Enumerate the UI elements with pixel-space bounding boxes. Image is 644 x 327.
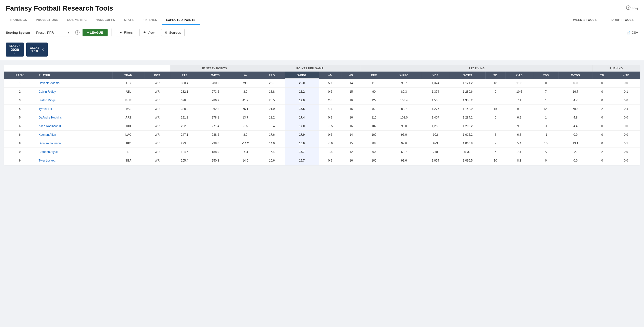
rec-cell: 102 <box>361 122 387 131</box>
player-name-cell[interactable]: Calvin Ridley <box>36 88 112 96</box>
nav-stats[interactable]: STATS <box>119 16 138 25</box>
player-name-cell[interactable]: DeAndre Hopkins <box>36 113 112 122</box>
x-pts-cell: 273.2 <box>199 88 232 96</box>
rank-cell: 8 <box>4 139 36 148</box>
col-pos[interactable]: POS <box>144 72 170 79</box>
col-rank[interactable]: RANK <box>4 72 36 79</box>
table-body: 1Davante AdamsGBWR360.4280.579.925.720.0… <box>4 79 640 165</box>
g-cell: 14 <box>342 131 361 139</box>
cat-rushing: RUSHING <box>592 65 640 72</box>
col-ppg[interactable]: PPG <box>259 72 285 79</box>
column-header-row: RANK PLAYER TEAM POS PTS X-PTS +/- PPG X… <box>4 72 640 79</box>
table-row: 2Calvin RidleyATLWR282.1273.28.918.818.2… <box>4 88 640 96</box>
col-rush-td[interactable]: TD <box>592 72 612 79</box>
table-row: 5DeAndre HopkinsARZWR291.8278.113.718.21… <box>4 113 640 122</box>
rank-cell: 2 <box>4 88 36 96</box>
x-yds-cell: 1,208.2 <box>450 122 486 131</box>
nav-rankings[interactable]: RANKINGS <box>6 16 32 25</box>
nav-expected-points[interactable]: EXPECTED POINTS <box>162 16 200 25</box>
g-cell: 16 <box>342 96 361 105</box>
player-name-cell[interactable]: Allen Robinson II <box>36 122 112 131</box>
player-name-cell[interactable]: Brandon Aiyuk <box>36 148 112 156</box>
col-rush-x-td[interactable]: X-TD <box>612 72 640 79</box>
season-value: 2020 <box>11 48 19 52</box>
sources-button[interactable]: ⚙ Sources <box>161 29 185 36</box>
pos-cell: WR <box>144 113 170 122</box>
pts-cell: 223.8 <box>170 139 199 148</box>
cat-fantasy-points: FANTASY POINTS <box>170 65 259 72</box>
player-name-cell[interactable]: Keenan Allen <box>36 131 112 139</box>
nav-draft-tools[interactable]: DRAFT TOOLS <box>607 16 638 25</box>
season-label: SEASON <box>9 45 20 47</box>
col-yds[interactable]: YDS <box>421 72 450 79</box>
g-cell: 15 <box>342 105 361 113</box>
toolbar-divider <box>112 29 112 36</box>
x-rec-cell: 96.0 <box>387 122 421 131</box>
ppg-cell: 20.5 <box>259 96 285 105</box>
cat-empty <box>4 65 170 72</box>
nav-week1-tools[interactable]: WEEK 1 TOOLS <box>568 16 601 25</box>
player-name-cell[interactable]: Stefon Diggs <box>36 96 112 105</box>
col-td[interactable]: TD <box>486 72 505 79</box>
x-pts-cell: 280.5 <box>199 79 232 88</box>
col-player[interactable]: PLAYER <box>36 72 112 79</box>
col-team[interactable]: TEAM <box>112 72 144 79</box>
scoring-info-icon[interactable]: i <box>75 30 80 35</box>
col-rec[interactable]: REC <box>361 72 387 79</box>
x-rec-cell: 80.3 <box>387 88 421 96</box>
faq-link[interactable]: ? FAQ <box>626 6 638 10</box>
col-rush-yds[interactable]: YDS <box>533 72 559 79</box>
col-x-ppg[interactable]: X-PPG <box>285 72 319 79</box>
ppg-cell: 17.6 <box>259 131 285 139</box>
player-name-cell[interactable]: Tyreek Hill <box>36 105 112 113</box>
pos-cell: WR <box>144 88 170 96</box>
filters-button[interactable]: ▼ Filters <box>116 29 136 36</box>
g-cell: 16 <box>342 122 361 131</box>
col-ppg-pm[interactable]: +/- <box>319 72 341 79</box>
col-rush-x-yds[interactable]: X-YDS <box>558 72 592 79</box>
yds-cell: 923 <box>421 139 450 148</box>
nav-handcuffs[interactable]: HANDCUFFS <box>91 16 119 25</box>
nav-projections[interactable]: PROJECTIONS <box>32 16 63 25</box>
scoring-select-wrapper[interactable]: Preset: PPR Preset: Standard Preset: Hal… <box>33 29 72 36</box>
rush-x-yds-cell: 0.0 <box>558 156 592 165</box>
player-name-cell[interactable]: Tyler Lockett <box>36 156 112 165</box>
team-cell: GB <box>112 79 144 88</box>
nav-sos[interactable]: SOS METRIC <box>63 16 91 25</box>
weeks-selector[interactable]: WEEKS 1-18 ✕ <box>26 43 48 57</box>
view-button[interactable]: 👁 View <box>139 29 158 36</box>
scoring-select[interactable]: Preset: PPR Preset: Standard Preset: Hal… <box>33 29 72 36</box>
team-cell: PIT <box>112 139 144 148</box>
ppg-pm-cell: 0.6 <box>319 131 341 139</box>
col-x-pts[interactable]: X-PTS <box>199 72 232 79</box>
col-x-yds[interactable]: X-YDS <box>450 72 486 79</box>
ppg-pm-cell: -0.5 <box>319 122 341 131</box>
main-nav: RANKINGS PROJECTIONS SOS METRIC HANDCUFF… <box>6 16 638 25</box>
weeks-close-icon[interactable]: ✕ <box>41 48 44 52</box>
x-pts-cell: 271.4 <box>199 122 232 131</box>
x-pts-cell: 286.9 <box>199 96 232 105</box>
x-rec-cell: 108.4 <box>387 96 421 105</box>
x-ppg-cell: 20.0 <box>285 79 319 88</box>
col-pts-pm[interactable]: +/- <box>232 72 259 79</box>
col-x-rec[interactable]: X-REC <box>387 72 421 79</box>
x-yds-cell: 1,060.8 <box>450 139 486 148</box>
season-selector[interactable]: SEASON 2020 ▼ <box>6 43 24 57</box>
rec-cell: 100 <box>361 156 387 165</box>
add-league-button[interactable]: + LEAGUE <box>82 29 107 36</box>
toolbar: Scoring System Preset: PPR Preset: Stand… <box>0 25 644 40</box>
rush-yds-cell: 15 <box>533 139 559 148</box>
col-pts[interactable]: PTS <box>170 72 199 79</box>
player-name-cell[interactable]: Davante Adams <box>36 79 112 88</box>
rush-x-yds-cell: 0.0 <box>558 131 592 139</box>
rank-cell: 6 <box>4 122 36 131</box>
col-x-td[interactable]: X-TD <box>505 72 533 79</box>
x-yds-cell: 1,095.5 <box>450 156 486 165</box>
yds-cell: 992 <box>421 131 450 139</box>
rec-cell: 115 <box>361 113 387 122</box>
nav-finishes[interactable]: FINISHES <box>138 16 161 25</box>
player-name-cell[interactable]: Diontae Johnson <box>36 139 112 148</box>
col-g[interactable]: #G <box>342 72 361 79</box>
td-cell: 7 <box>486 139 505 148</box>
csv-button[interactable]: 📄 CSV <box>626 31 638 35</box>
